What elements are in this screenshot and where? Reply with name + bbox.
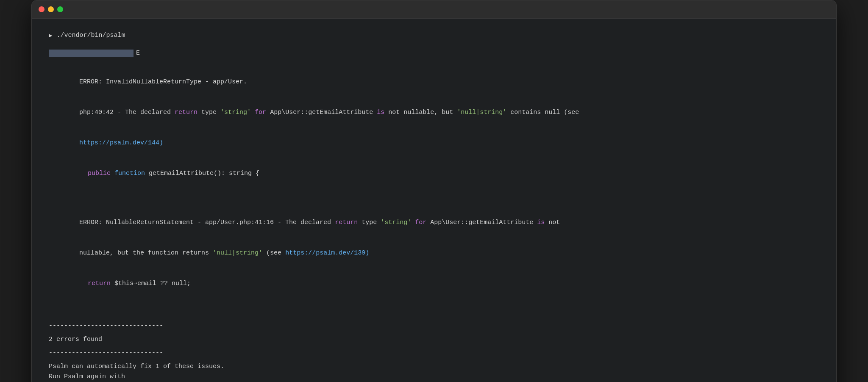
command-text: ./vendor/bin/psalm bbox=[56, 30, 125, 41]
error2-type-mid: type bbox=[358, 219, 381, 226]
divider-bottom: ------------------------------ bbox=[49, 348, 819, 358]
error1-link: https://psalm.dev/144) bbox=[49, 128, 819, 158]
error1-null-string: 'null|string' bbox=[457, 109, 506, 116]
error-block-1: ERROR: InvalidNullableReturnType - app/U… bbox=[49, 67, 819, 189]
error1-public-kw: public bbox=[88, 170, 111, 177]
error1-is-kw: is bbox=[377, 109, 384, 116]
error1-class: App\User::getEmailAttribute bbox=[266, 109, 377, 116]
error1-header-text: ERROR: InvalidNullableReturnType - app/U… bbox=[79, 78, 247, 86]
title-bar bbox=[32, 0, 836, 19]
error1-function-kw: function bbox=[114, 170, 145, 177]
error2-str1: 'string' bbox=[381, 219, 411, 226]
error2-rest: not bbox=[545, 219, 560, 226]
minimize-button[interactable] bbox=[48, 6, 54, 12]
error1-type-text: type bbox=[198, 109, 220, 116]
error1-end: contains null (see bbox=[506, 109, 579, 116]
terminal-body: ▶ ./vendor/bin/psalm E ERROR: InvalidNul… bbox=[32, 19, 836, 382]
prompt-arrow-icon: ▶ bbox=[49, 31, 52, 40]
errors-found-text: 2 errors found bbox=[49, 335, 819, 345]
error1-for-kw: for bbox=[251, 109, 266, 116]
error1-method: getEmailAttribute(): string { bbox=[145, 170, 259, 177]
error2-for-kw: for bbox=[411, 219, 426, 226]
close-button[interactable] bbox=[39, 6, 45, 12]
run-again-text: Run Psalm again with bbox=[49, 372, 819, 382]
error-block-2: ERROR: NullableReturnStatement - app/Use… bbox=[49, 208, 819, 299]
blank-1 bbox=[49, 199, 819, 208]
error2-line2-text: nullable, but the function returns bbox=[79, 249, 213, 257]
terminal-window: ▶ ./vendor/bin/psalm E ERROR: InvalidNul… bbox=[31, 0, 837, 382]
error1-header: ERROR: InvalidNullableReturnType - app/U… bbox=[49, 67, 819, 97]
error1-string-val: 'string' bbox=[220, 109, 251, 116]
maximize-button[interactable] bbox=[57, 6, 63, 12]
progress-suffix: E bbox=[136, 48, 140, 58]
divider-top: ------------------------------ bbox=[49, 321, 819, 331]
can-fix-text: Psalm can automatically fix 1 of these i… bbox=[49, 362, 819, 372]
error2-class: App\User::getEmailAttribute bbox=[426, 219, 537, 226]
error1-return-kw: return bbox=[175, 109, 198, 116]
error1-link-text[interactable]: https://psalm.dev/144) bbox=[79, 139, 163, 147]
error2-return-kw: return bbox=[335, 219, 358, 226]
error2-is-kw: is bbox=[537, 219, 545, 226]
error1-pre: php:40:42 - The declared bbox=[79, 109, 175, 116]
error2-code-rest: $this→email ?? null; bbox=[111, 280, 191, 287]
error1-space1 bbox=[111, 170, 114, 177]
blank-2 bbox=[49, 309, 819, 318]
error1-rest: not nullable, but bbox=[384, 109, 457, 116]
error2-see: (see bbox=[262, 249, 285, 257]
error2-header-text: ERROR: NullableReturnStatement - app/Use… bbox=[79, 219, 335, 226]
prompt-line: ▶ ./vendor/bin/psalm bbox=[49, 30, 819, 41]
error2-return-code-kw: return bbox=[88, 280, 111, 287]
summary-section: ------------------------------ 2 errors … bbox=[49, 321, 819, 382]
error2-link-text[interactable]: https://psalm.dev/139) bbox=[285, 249, 369, 257]
error1-detail: php:40:42 - The declared return type 'st… bbox=[49, 97, 819, 128]
progress-bar bbox=[49, 50, 134, 57]
error2-code: return $this→email ?? null; bbox=[49, 269, 819, 299]
progress-line: E bbox=[49, 48, 819, 58]
error2-null-string: 'null|string' bbox=[213, 249, 262, 257]
error1-code: public function getEmailAttribute(): str… bbox=[49, 158, 819, 189]
error2-header: ERROR: NullableReturnStatement - app/Use… bbox=[49, 208, 819, 238]
error2-line2: nullable, but the function returns 'null… bbox=[49, 238, 819, 269]
